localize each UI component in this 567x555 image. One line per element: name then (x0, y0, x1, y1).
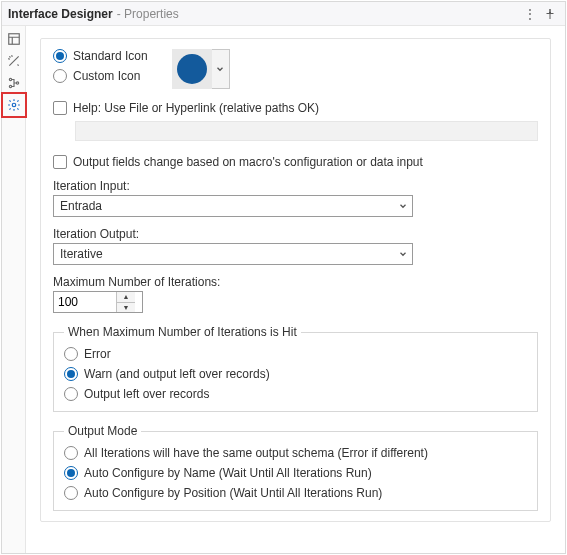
spinner-buttons: ▲ ▼ (116, 292, 135, 312)
radio-icon (64, 367, 78, 381)
titlebar: Interface Designer - Properties ⋮ (2, 2, 565, 26)
max-iterations-label: Maximum Number of Iterations: (53, 275, 538, 289)
iteration-input-block: Iteration Input: Entrada (53, 179, 538, 217)
tool-icon (177, 54, 207, 84)
triangle-up-icon: ▲ (123, 293, 130, 300)
menu-dots-icon: ⋮ (524, 7, 536, 21)
radio-icon (64, 486, 78, 500)
output-mode-byname-radio[interactable]: Auto Configure by Name (Wait Until All I… (64, 466, 527, 480)
pin-button[interactable] (541, 5, 559, 23)
window: Interface Designer - Properties ⋮ (1, 1, 566, 554)
tree-icon (7, 76, 21, 90)
spinner-up-button[interactable]: ▲ (117, 292, 135, 303)
max-hit-group: Error Warn (and output left over records… (64, 347, 527, 401)
help-checkbox-label: Help: Use File or Hyperlink (relative pa… (73, 101, 319, 115)
body: Standard Icon Custom Icon (2, 26, 565, 553)
max-iterations-spinner[interactable]: ▲ ▼ (53, 291, 143, 313)
max-hit-leftover-radio[interactable]: Output left over records (64, 387, 527, 401)
chevron-down-icon (398, 201, 408, 211)
spinner-down-button[interactable]: ▼ (117, 303, 135, 313)
triangle-down-icon: ▼ (123, 304, 130, 311)
output-mode-bypos-label: Auto Configure by Position (Wait Until A… (84, 486, 382, 500)
iteration-output-block: Iteration Output: Iterative (53, 227, 538, 265)
svg-point-1 (9, 78, 11, 80)
options-button[interactable]: ⋮ (521, 5, 539, 23)
iteration-input-label: Iteration Input: (53, 179, 538, 193)
test-tab[interactable] (5, 52, 23, 70)
iteration-output-select[interactable]: Iterative (53, 243, 413, 265)
output-mode-fieldset: Output Mode All Iterations will have the… (53, 424, 538, 511)
iteration-output-value: Iterative (60, 247, 103, 261)
content-area: Standard Icon Custom Icon (26, 26, 565, 553)
svg-point-4 (12, 103, 16, 107)
max-hit-warn-radio[interactable]: Warn (and output left over records) (64, 367, 527, 381)
title-sub: - Properties (117, 7, 179, 21)
radio-icon (64, 466, 78, 480)
title-main: Interface Designer (8, 7, 113, 21)
output-fields-change-checkbox[interactable]: Output fields change based on macro's co… (53, 155, 538, 169)
chevron-down-icon (215, 64, 225, 74)
side-tabs (2, 26, 26, 553)
radio-icon (64, 446, 78, 460)
custom-icon-label: Custom Icon (73, 69, 140, 83)
layout-icon (7, 32, 21, 46)
max-hit-error-label: Error (84, 347, 111, 361)
icon-dropdown-button[interactable] (212, 49, 230, 89)
output-fields-change-label: Output fields change based on macro's co… (73, 155, 423, 169)
radio-icon (53, 69, 67, 83)
wand-icon (7, 54, 21, 68)
chevron-down-icon (398, 249, 408, 259)
radio-icon (64, 387, 78, 401)
icon-radio-group: Standard Icon Custom Icon (53, 49, 148, 83)
standard-icon-label: Standard Icon (73, 49, 148, 63)
output-mode-same-radio[interactable]: All Iterations will have the same output… (64, 446, 527, 460)
svg-point-3 (16, 82, 18, 84)
properties-panel: Standard Icon Custom Icon (40, 38, 551, 522)
output-mode-group: All Iterations will have the same output… (64, 446, 527, 500)
output-mode-legend: Output Mode (64, 424, 141, 438)
max-hit-leftover-label: Output left over records (84, 387, 209, 401)
icon-preview (172, 49, 212, 89)
iteration-input-value: Entrada (60, 199, 102, 213)
iteration-input-select[interactable]: Entrada (53, 195, 413, 217)
radio-icon (53, 49, 67, 63)
max-hit-warn-label: Warn (and output left over records) (84, 367, 270, 381)
max-hit-fieldset: When Maximum Number of Iterations is Hit… (53, 325, 538, 412)
output-mode-same-label: All Iterations will have the same output… (84, 446, 428, 460)
output-mode-bypos-radio[interactable]: Auto Configure by Position (Wait Until A… (64, 486, 527, 500)
custom-icon-radio[interactable]: Custom Icon (53, 69, 148, 83)
svg-point-2 (9, 85, 11, 87)
checkbox-icon (53, 101, 67, 115)
standard-icon-radio[interactable]: Standard Icon (53, 49, 148, 63)
pin-icon (544, 8, 556, 20)
output-mode-byname-label: Auto Configure by Name (Wait Until All I… (84, 466, 372, 480)
icon-section: Standard Icon Custom Icon (53, 49, 538, 89)
properties-tab[interactable] (5, 96, 23, 114)
svg-rect-0 (8, 34, 19, 45)
icon-picker (172, 49, 230, 89)
max-hit-error-radio[interactable]: Error (64, 347, 527, 361)
iteration-output-label: Iteration Output: (53, 227, 538, 241)
help-checkbox[interactable]: Help: Use File or Hyperlink (relative pa… (53, 101, 538, 115)
tree-tab[interactable] (5, 74, 23, 92)
max-iterations-input[interactable] (54, 292, 116, 312)
gear-icon (7, 98, 21, 112)
help-input[interactable] (75, 121, 538, 141)
layout-tab[interactable] (5, 30, 23, 48)
radio-icon (64, 347, 78, 361)
max-hit-legend: When Maximum Number of Iterations is Hit (64, 325, 301, 339)
checkbox-icon (53, 155, 67, 169)
max-iterations-block: Maximum Number of Iterations: ▲ ▼ (53, 275, 538, 313)
